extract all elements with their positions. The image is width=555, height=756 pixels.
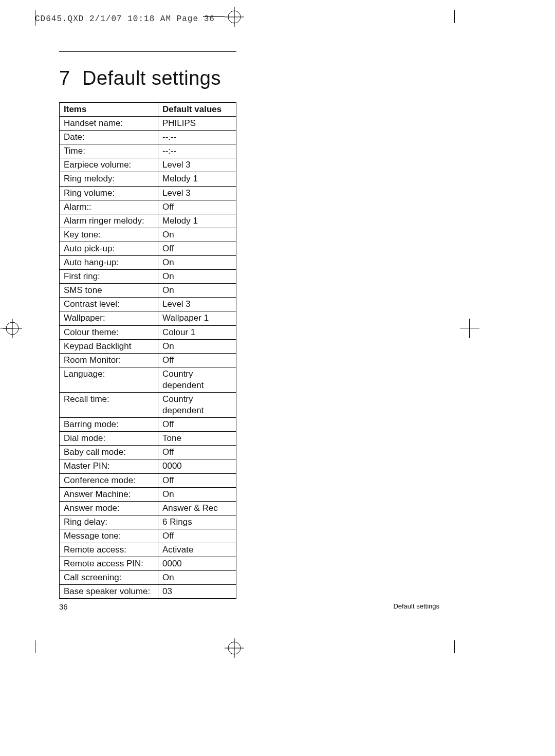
- registration-mark-left: [3, 319, 22, 338]
- item-value: 0000: [158, 557, 236, 571]
- item-name: Earpiece volume:: [60, 158, 158, 172]
- item-value: Activate: [158, 543, 236, 557]
- table-row: Alarm ringer melody:Melody 1: [60, 214, 236, 228]
- item-value: Level 3: [158, 158, 236, 172]
- item-name: Message tone:: [60, 529, 158, 543]
- crop-mark: [35, 640, 35, 653]
- item-value: Level 3: [158, 298, 236, 311]
- table-header-row: Items Default values: [60, 103, 236, 117]
- table-row: Handset name:PHILIPS: [60, 117, 236, 131]
- item-name: Language:: [60, 367, 158, 392]
- item-value: Level 3: [158, 186, 236, 200]
- item-name: Auto hang-up:: [60, 256, 158, 270]
- item-value: Off: [158, 242, 236, 255]
- item-value: Off: [158, 200, 236, 214]
- item-value: --:--: [158, 144, 236, 158]
- table-row: Ring volume:Level 3: [60, 186, 236, 200]
- item-value: 0000: [158, 459, 236, 473]
- chapter-title: Default settings: [82, 67, 221, 89]
- item-name: Ring delay:: [60, 515, 158, 529]
- item-name: Ring volume:: [60, 186, 158, 200]
- item-value: Colour 1: [158, 325, 236, 339]
- item-value: Country dependent: [158, 367, 236, 392]
- item-value: On: [158, 284, 236, 298]
- default-settings-table: Items Default values Handset name:PHILIP…: [59, 102, 236, 599]
- table-row: Contrast level:Level 3: [60, 298, 236, 311]
- table-row: Answer mode:Answer & Rec: [60, 501, 236, 515]
- table-row: Alarm::Off: [60, 200, 236, 214]
- registration-mark-top: [225, 7, 244, 27]
- item-value: On: [158, 339, 236, 353]
- item-name: Alarm ringer melody:: [60, 214, 158, 228]
- item-name: Call screening:: [60, 571, 158, 585]
- table-row: First ring:On: [60, 270, 236, 284]
- crop-mark: [454, 640, 455, 653]
- item-name: Handset name:: [60, 117, 158, 131]
- item-name: Baby call mode:: [60, 446, 158, 459]
- table-row: Answer Machine:On: [60, 487, 236, 501]
- item-value: Off: [158, 446, 236, 459]
- table-row: Remote access:Activate: [60, 543, 236, 557]
- table-row: Auto pick-up:Off: [60, 242, 236, 255]
- item-value: On: [158, 270, 236, 284]
- crop-mark: [469, 319, 470, 338]
- col-header-values: Default values: [158, 103, 236, 117]
- item-name: Room Monitor:: [60, 353, 158, 367]
- item-name: Master PIN:: [60, 459, 158, 473]
- table-row: Master PIN:0000: [60, 459, 236, 473]
- item-name: Base speaker volume:: [60, 585, 158, 599]
- item-name: First ring:: [60, 270, 158, 284]
- item-name: Wallpaper:: [60, 311, 158, 325]
- table-row: Keypad BacklightOn: [60, 339, 236, 353]
- crop-mark: [460, 328, 479, 328]
- table-row: Room Monitor:Off: [60, 353, 236, 367]
- table-row: Time:--:--: [60, 144, 236, 158]
- item-value: Wallpaper 1: [158, 311, 236, 325]
- item-name: SMS tone: [60, 284, 158, 298]
- item-value: 03: [158, 585, 236, 599]
- col-header-items: Items: [60, 103, 158, 117]
- item-name: Recall time:: [60, 392, 158, 417]
- table-row: Colour theme:Colour 1: [60, 325, 236, 339]
- item-name: Barring mode:: [60, 418, 158, 432]
- item-name: Conference mode:: [60, 473, 158, 487]
- item-name: Remote access PIN:: [60, 557, 158, 571]
- crop-mark: [454, 10, 455, 23]
- section-rule: [59, 51, 236, 52]
- print-header: CD645.QXD 2/1/07 10:18 AM Page 36: [35, 14, 215, 24]
- table-row: Language:Country dependent: [60, 367, 236, 392]
- table-row: Earpiece volume:Level 3: [60, 158, 236, 172]
- item-name: Answer mode:: [60, 501, 158, 515]
- chapter-heading: 7 Default settings: [59, 67, 439, 89]
- table-row: Base speaker volume:03: [60, 585, 236, 599]
- table-row: Dial mode:Tone: [60, 432, 236, 446]
- item-value: Melody 1: [158, 172, 236, 186]
- item-value: Off: [158, 473, 236, 487]
- page-footer: 36 Default settings: [59, 602, 439, 611]
- table-row: Baby call mode:Off: [60, 446, 236, 459]
- table-row: Conference mode:Off: [60, 473, 236, 487]
- page-number: 36: [59, 602, 68, 611]
- item-name: Time:: [60, 144, 158, 158]
- item-name: Keypad Backlight: [60, 339, 158, 353]
- item-name: Dial mode:: [60, 432, 158, 446]
- registration-mark-bottom: [225, 638, 244, 658]
- page-content: 7 Default settings Items Default values …: [59, 51, 439, 599]
- table-row: Remote access PIN:0000: [60, 557, 236, 571]
- table-row: Ring melody:Melody 1: [60, 172, 236, 186]
- item-name: Auto pick-up:: [60, 242, 158, 255]
- table-row: Barring mode:Off: [60, 418, 236, 432]
- item-name: Ring melody:: [60, 172, 158, 186]
- item-value: Country dependent: [158, 392, 236, 417]
- table-row: Auto hang-up:On: [60, 256, 236, 270]
- item-value: Melody 1: [158, 214, 236, 228]
- item-value: Tone: [158, 432, 236, 446]
- item-value: Answer & Rec: [158, 501, 236, 515]
- table-row: Recall time:Country dependent: [60, 392, 236, 417]
- item-name: Alarm::: [60, 200, 158, 214]
- table-row: Call screening:On: [60, 571, 236, 585]
- item-name: Colour theme:: [60, 325, 158, 339]
- item-value: On: [158, 228, 236, 242]
- item-value: PHILIPS: [158, 117, 236, 131]
- chapter-number: 7: [59, 67, 82, 89]
